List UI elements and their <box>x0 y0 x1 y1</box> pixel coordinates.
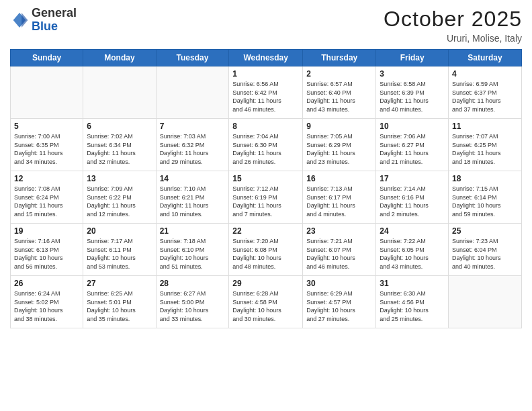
weekday-header-wednesday: Wednesday <box>229 50 303 66</box>
day-number: 18 <box>452 174 518 183</box>
calendar-cell: 7Sunrise: 7:03 AM Sunset: 6:32 PM Daylig… <box>156 119 229 171</box>
title-block: October 2025 Ururi, Molise, Italy <box>384 7 522 44</box>
day-number: 26 <box>14 279 79 288</box>
calendar-cell: 10Sunrise: 7:06 AM Sunset: 6:27 PM Dayli… <box>376 119 449 171</box>
calendar-cell: 19Sunrise: 7:16 AM Sunset: 6:13 PM Dayli… <box>11 224 83 276</box>
day-number: 30 <box>306 279 372 288</box>
calendar-cell <box>449 276 522 328</box>
day-info: Sunrise: 7:09 AM Sunset: 6:22 PM Dayligh… <box>87 185 152 218</box>
day-info: Sunrise: 6:27 AM Sunset: 5:00 PM Dayligh… <box>160 289 226 323</box>
weekday-header-sunday: Sunday <box>11 50 83 66</box>
calendar-cell: 22Sunrise: 7:20 AM Sunset: 6:08 PM Dayli… <box>229 224 303 276</box>
day-number: 6 <box>87 122 152 131</box>
day-number: 16 <box>306 174 372 183</box>
day-info: Sunrise: 6:58 AM Sunset: 6:39 PM Dayligh… <box>380 80 445 113</box>
day-number: 22 <box>232 226 299 236</box>
calendar-cell: 15Sunrise: 7:12 AM Sunset: 6:19 PM Dayli… <box>229 171 303 224</box>
week-row-1: 5Sunrise: 7:00 AM Sunset: 6:35 PM Daylig… <box>11 119 522 171</box>
day-number: 3 <box>380 69 445 79</box>
weekday-header-friday: Friday <box>376 50 449 66</box>
day-info: Sunrise: 7:06 AM Sunset: 6:27 PM Dayligh… <box>380 132 445 166</box>
day-info: Sunrise: 7:23 AM Sunset: 6:04 PM Dayligh… <box>452 237 518 271</box>
day-info: Sunrise: 7:08 AM Sunset: 6:24 PM Dayligh… <box>14 185 79 218</box>
day-number: 12 <box>14 174 79 183</box>
calendar-cell: 29Sunrise: 6:28 AM Sunset: 4:58 PM Dayli… <box>229 276 303 328</box>
calendar-cell: 6Sunrise: 7:02 AM Sunset: 6:34 PM Daylig… <box>83 119 156 171</box>
header: General Blue October 2025 Ururi, Molise,… <box>10 7 522 44</box>
day-number: 27 <box>87 279 152 288</box>
calendar-cell <box>156 66 229 119</box>
day-number: 23 <box>306 226 372 236</box>
day-number: 28 <box>160 279 226 288</box>
location-title: Ururi, Molise, Italy <box>384 33 522 44</box>
calendar-cell: 31Sunrise: 6:30 AM Sunset: 4:56 PM Dayli… <box>376 276 449 328</box>
day-info: Sunrise: 7:22 AM Sunset: 6:05 PM Dayligh… <box>380 237 445 271</box>
calendar-cell: 24Sunrise: 7:22 AM Sunset: 6:05 PM Dayli… <box>376 224 449 276</box>
day-number: 15 <box>232 174 299 183</box>
calendar-cell: 20Sunrise: 7:17 AM Sunset: 6:11 PM Dayli… <box>83 224 156 276</box>
calendar-cell: 16Sunrise: 7:13 AM Sunset: 6:17 PM Dayli… <box>303 171 376 224</box>
day-info: Sunrise: 6:24 AM Sunset: 5:02 PM Dayligh… <box>14 289 79 323</box>
day-info: Sunrise: 7:02 AM Sunset: 6:34 PM Dayligh… <box>87 132 152 166</box>
calendar-cell: 21Sunrise: 7:18 AM Sunset: 6:10 PM Dayli… <box>156 224 229 276</box>
day-info: Sunrise: 7:13 AM Sunset: 6:17 PM Dayligh… <box>306 185 372 218</box>
weekday-header-tuesday: Tuesday <box>156 50 229 66</box>
day-info: Sunrise: 7:16 AM Sunset: 6:13 PM Dayligh… <box>14 237 79 271</box>
calendar-cell: 12Sunrise: 7:08 AM Sunset: 6:24 PM Dayli… <box>11 171 83 224</box>
calendar-cell: 3Sunrise: 6:58 AM Sunset: 6:39 PM Daylig… <box>376 66 449 119</box>
calendar-cell: 2Sunrise: 6:57 AM Sunset: 6:40 PM Daylig… <box>303 66 376 119</box>
calendar-table: SundayMondayTuesdayWednesdayThursdayFrid… <box>10 49 522 328</box>
day-number: 4 <box>452 69 518 79</box>
weekday-header-saturday: Saturday <box>449 50 522 66</box>
day-info: Sunrise: 7:07 AM Sunset: 6:25 PM Dayligh… <box>452 132 518 166</box>
day-info: Sunrise: 6:28 AM Sunset: 4:58 PM Dayligh… <box>232 289 299 323</box>
calendar-cell: 26Sunrise: 6:24 AM Sunset: 5:02 PM Dayli… <box>11 276 83 328</box>
calendar-cell: 23Sunrise: 7:21 AM Sunset: 6:07 PM Dayli… <box>303 224 376 276</box>
day-info: Sunrise: 6:59 AM Sunset: 6:37 PM Dayligh… <box>452 80 518 113</box>
day-info: Sunrise: 6:56 AM Sunset: 6:42 PM Dayligh… <box>232 80 299 113</box>
logo-icon <box>10 11 29 30</box>
day-number: 9 <box>306 122 372 131</box>
week-row-3: 19Sunrise: 7:16 AM Sunset: 6:13 PM Dayli… <box>11 224 522 276</box>
calendar-cell: 30Sunrise: 6:29 AM Sunset: 4:57 PM Dayli… <box>303 276 376 328</box>
day-number: 24 <box>380 226 445 236</box>
day-number: 1 <box>232 69 299 79</box>
day-info: Sunrise: 7:15 AM Sunset: 6:14 PM Dayligh… <box>452 185 518 218</box>
calendar-cell: 25Sunrise: 7:23 AM Sunset: 6:04 PM Dayli… <box>449 224 522 276</box>
day-number: 29 <box>232 279 299 288</box>
day-info: Sunrise: 6:30 AM Sunset: 4:56 PM Dayligh… <box>380 289 445 323</box>
day-info: Sunrise: 7:21 AM Sunset: 6:07 PM Dayligh… <box>306 237 372 271</box>
weekday-header-monday: Monday <box>83 50 156 66</box>
day-number: 11 <box>452 122 518 131</box>
day-info: Sunrise: 7:04 AM Sunset: 6:30 PM Dayligh… <box>232 132 299 166</box>
day-info: Sunrise: 7:17 AM Sunset: 6:11 PM Dayligh… <box>87 237 152 271</box>
calendar-cell: 9Sunrise: 7:05 AM Sunset: 6:29 PM Daylig… <box>303 119 376 171</box>
calendar-cell: 5Sunrise: 7:00 AM Sunset: 6:35 PM Daylig… <box>11 119 83 171</box>
calendar-cell: 1Sunrise: 6:56 AM Sunset: 6:42 PM Daylig… <box>229 66 303 119</box>
day-number: 10 <box>380 122 445 131</box>
day-number: 20 <box>87 226 152 236</box>
weekday-header-thursday: Thursday <box>303 50 376 66</box>
day-number: 2 <box>306 69 372 79</box>
day-info: Sunrise: 7:03 AM Sunset: 6:32 PM Dayligh… <box>160 132 226 166</box>
logo-blue-text: Blue <box>32 19 58 33</box>
logo-general-text: General <box>32 6 77 19</box>
day-number: 31 <box>380 279 445 288</box>
page: General Blue October 2025 Ururi, Molise,… <box>0 0 532 411</box>
week-row-0: 1Sunrise: 6:56 AM Sunset: 6:42 PM Daylig… <box>11 66 522 119</box>
weekday-header-row: SundayMondayTuesdayWednesdayThursdayFrid… <box>11 50 522 66</box>
calendar-cell <box>83 66 156 119</box>
calendar-cell: 8Sunrise: 7:04 AM Sunset: 6:30 PM Daylig… <box>229 119 303 171</box>
svg-marker-1 <box>21 13 28 28</box>
day-info: Sunrise: 7:20 AM Sunset: 6:08 PM Dayligh… <box>232 237 299 271</box>
day-number: 25 <box>452 226 518 236</box>
day-info: Sunrise: 7:14 AM Sunset: 6:16 PM Dayligh… <box>380 185 445 218</box>
day-number: 17 <box>380 174 445 183</box>
day-info: Sunrise: 7:12 AM Sunset: 6:19 PM Dayligh… <box>232 185 299 218</box>
day-number: 8 <box>232 122 299 131</box>
day-number: 14 <box>160 174 226 183</box>
day-number: 19 <box>14 226 79 236</box>
day-number: 13 <box>87 174 152 183</box>
day-info: Sunrise: 6:25 AM Sunset: 5:01 PM Dayligh… <box>87 289 152 323</box>
calendar-cell: 27Sunrise: 6:25 AM Sunset: 5:01 PM Dayli… <box>83 276 156 328</box>
